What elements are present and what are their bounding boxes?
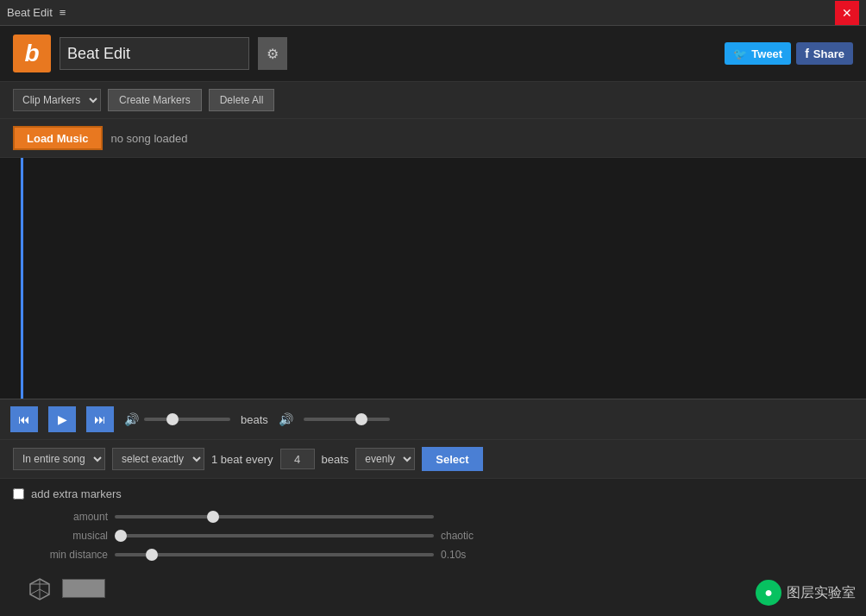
chaotic-label: chaotic: [441, 530, 474, 542]
titlebar: Beat Edit ≡ ✕: [0, 0, 866, 26]
logo-box: b: [13, 35, 51, 72]
color-swatch[interactable]: [62, 579, 105, 598]
amount-row: amount: [13, 511, 853, 523]
volume-icon: 🔊: [124, 412, 139, 426]
beats-volume-icon: 🔊: [279, 412, 293, 426]
load-music-button[interactable]: Load Music: [13, 126, 103, 150]
marker-type-dropdown[interactable]: Clip Markers: [13, 89, 101, 111]
close-button[interactable]: ✕: [835, 1, 859, 25]
tweet-label: Tweet: [751, 47, 782, 60]
toolbar: Clip Markers Create Markers Delete All: [0, 82, 866, 119]
app-name-label: Beat Edit: [7, 6, 53, 19]
skip-forward-button[interactable]: ⏭: [86, 406, 114, 432]
volume-slider[interactable]: [144, 418, 230, 421]
transport-bar: ⏮ ▶ ⏭ 🔊 beats 🔊: [0, 399, 866, 440]
play-icon: ▶: [58, 412, 67, 426]
scope-dropdown[interactable]: In entire song: [13, 448, 105, 470]
select-button[interactable]: Select: [422, 447, 482, 471]
titlebar-left: Beat Edit ≡: [7, 6, 66, 19]
amount-slider[interactable]: [115, 515, 434, 519]
svg-line-3: [30, 589, 40, 594]
volume-control: 🔊: [124, 412, 230, 426]
beats-label: beats: [241, 413, 268, 426]
facebook-icon: f: [805, 47, 809, 60]
beats-unit-label: beats: [322, 453, 349, 466]
add-extra-label: add extra markers: [31, 487, 122, 500]
facebook-share-button[interactable]: f Share: [796, 42, 853, 65]
gear-button[interactable]: ⚙: [258, 37, 287, 70]
selection-row: In entire song select exactly 1 beat eve…: [0, 440, 866, 479]
musical-slider[interactable]: [115, 534, 434, 537]
logo-letter: b: [24, 40, 39, 67]
min-distance-label: min distance: [30, 549, 108, 561]
social-buttons: 🐦 Tweet f Share: [725, 42, 853, 65]
wechat-icon: ●: [756, 580, 781, 606]
add-extra-markers-row: add extra markers: [13, 487, 853, 500]
watermark-text: 图层实验室: [787, 584, 856, 602]
load-music-row: Load Music no song loaded: [0, 119, 866, 158]
close-icon: ✕: [842, 6, 852, 20]
beat-count-input[interactable]: 4: [280, 449, 315, 469]
delete-all-button[interactable]: Delete All: [209, 89, 275, 111]
skip-back-icon: ⏮: [18, 412, 30, 426]
menu-icon[interactable]: ≡: [60, 6, 66, 19]
min-distance-slider[interactable]: [115, 553, 434, 556]
tweet-button[interactable]: 🐦 Tweet: [725, 42, 791, 65]
header-left: b ⚙: [13, 35, 287, 72]
header: b ⚙ 🐦 Tweet f Share: [0, 26, 866, 82]
wechat-symbol: ●: [764, 585, 773, 600]
beat-every-label: 1 beat every: [211, 453, 273, 466]
skip-back-button[interactable]: ⏮: [10, 406, 38, 432]
cube-icon: [26, 575, 53, 602]
beats-volume-slider[interactable]: [304, 418, 390, 421]
amount-label: amount: [30, 511, 108, 523]
skip-forward-icon: ⏭: [94, 412, 106, 426]
app-title-input[interactable]: [60, 37, 249, 70]
waveform-area: [0, 158, 866, 399]
create-markers-button[interactable]: Create Markers: [108, 89, 202, 111]
fb-share-label: Share: [813, 47, 844, 60]
cube-svg: [28, 576, 52, 600]
no-song-status: no song loaded: [111, 132, 188, 145]
watermark: ● 图层实验室: [756, 580, 856, 606]
musical-label: musical: [30, 530, 108, 542]
select-type-dropdown[interactable]: select exactly: [112, 448, 204, 470]
bottom-row: [13, 568, 853, 607]
min-distance-row: min distance 0.10s: [13, 549, 853, 561]
evenly-dropdown[interactable]: evenly: [355, 448, 415, 470]
twitter-icon: 🐦: [733, 47, 747, 60]
musical-chaotic-row: musical chaotic: [13, 530, 853, 542]
gear-icon: ⚙: [267, 46, 279, 62]
min-distance-value: 0.10s: [441, 549, 466, 561]
timeline-cursor: [21, 158, 23, 399]
add-extra-checkbox[interactable]: [13, 488, 24, 500]
extras-area: add extra markers amount musical chaotic…: [0, 479, 866, 616]
play-button[interactable]: ▶: [48, 406, 76, 432]
main-content: b ⚙ 🐦 Tweet f Share Clip Markers Create …: [0, 26, 866, 616]
svg-line-4: [40, 589, 49, 594]
